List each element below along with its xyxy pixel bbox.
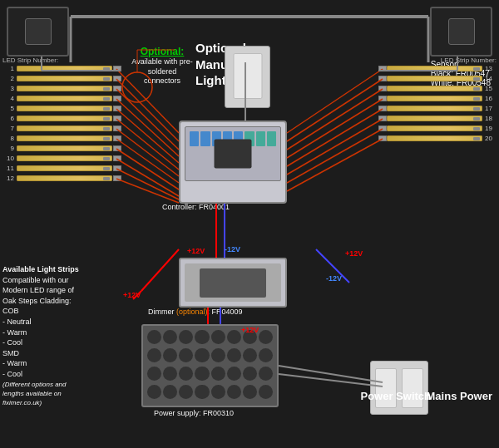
dimmer-inner [185,263,281,302]
mains-power-label: Mains Power [427,390,492,402]
top-right-switch [430,7,492,57]
controller-label: Controller: FR04001 [162,203,230,211]
list-item: 12 [4,175,121,182]
dimmer-label: Dimmer (optional): FR04009 [148,308,243,316]
list-item: 3 [4,85,121,92]
list-item: 7 [4,125,121,132]
dimmer-chip [200,268,266,298]
list-item: 6 [4,115,121,122]
optional-desc: Available with pre-soldered connectors [129,57,195,86]
list-item: 8 [4,135,121,142]
psu-label: Power supply: FR00310 [154,409,234,417]
list-item: 11 [4,165,121,172]
list-item: 20 [378,135,495,142]
power-switch-label: Power Switch [360,390,431,402]
list-item: 19 [378,125,495,132]
controller-box [179,121,287,204]
list-item: 1 [4,65,121,72]
list-item: 13 [378,65,495,72]
power-supply-box [141,324,279,407]
right-led-strips: 13 14 15 16 17 18 19 20 [378,65,495,145]
list-item: 4 [4,95,121,102]
list-item: 10 [4,155,121,162]
available-light-strips-text: Available Light Strips Compatible with o… [2,264,119,407]
list-item: 15 [378,85,495,92]
list-item: 18 [378,115,495,122]
optional-title: Optional: [129,46,195,57]
psu-vents [147,330,273,401]
list-item: 2 [4,75,121,82]
left-led-strips: 1 2 3 4 5 6 7 8 9 10 11 12 [4,65,121,185]
available-heading: Available Light Strips [2,264,119,275]
list-item: 14 [378,75,495,82]
list-item: 5 [4,105,121,112]
optional-label-area: Optional: Available with pre-soldered co… [129,46,195,86]
right-strip-number-label: LED Strip Number: [441,57,497,64]
controller-inner [185,126,281,181]
list-item: 9 [4,145,121,152]
dimmer-box [179,258,287,308]
manual-switch [225,46,270,108]
list-item: 17 [378,105,495,112]
switch-rocker [233,53,262,99]
wiring-diagram: Optional: Available with pre-soldered co… [0,0,499,448]
list-item: 16 [378,95,495,102]
left-strip-number-label: LED Strip Number: [2,57,58,64]
controller-chip [215,140,252,169]
top-left-switch [7,7,69,57]
power-switch-visual [370,361,428,415]
compatible-line: Compatible with our [2,275,119,286]
